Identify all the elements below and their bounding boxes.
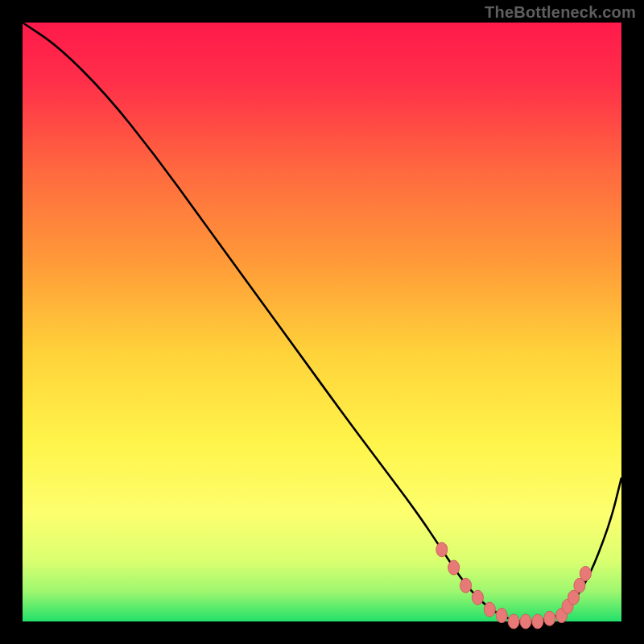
curve-marker	[496, 609, 507, 623]
curve-marker	[544, 611, 555, 625]
curve-marker	[460, 578, 472, 592]
chart-container: { "watermark": "TheBottleneck.com", "col…	[0, 0, 644, 644]
curve-marker	[532, 614, 543, 629]
curve-marker	[520, 614, 531, 629]
watermark-text: TheBottleneck.com	[485, 3, 636, 22]
curve-marker	[448, 560, 460, 575]
curve-marker	[484, 602, 495, 617]
plot-background	[23, 23, 621, 621]
curve-marker	[472, 590, 483, 605]
bottleneck-chart	[0, 0, 644, 644]
curve-marker	[436, 543, 448, 557]
curve-marker	[580, 566, 591, 580]
curve-marker	[508, 614, 519, 629]
